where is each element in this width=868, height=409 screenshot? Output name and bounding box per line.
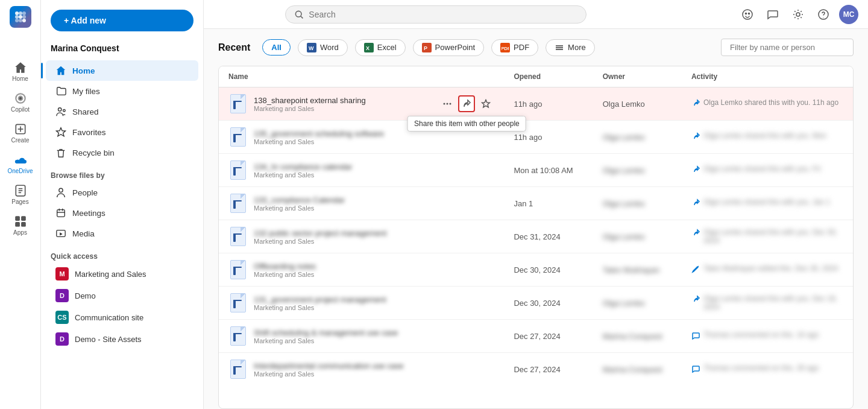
activity-icon xyxy=(691,198,700,209)
more-options-button[interactable] xyxy=(439,361,456,378)
star-button[interactable] xyxy=(477,95,494,112)
search-bar[interactable] xyxy=(285,5,587,24)
activity-text: Thomas commented on this. 16 ago xyxy=(703,331,819,339)
table-row[interactable]: 138_sharepoint external sharingMarketing… xyxy=(219,87,853,121)
table-row[interactable]: 133_compliance CalendarMarketing and Sal… xyxy=(219,187,853,220)
filter-word[interactable]: W Word xyxy=(298,39,348,56)
star-button[interactable] xyxy=(477,261,494,278)
share-button[interactable] xyxy=(458,261,475,278)
svg-point-52 xyxy=(444,136,445,138)
help-button[interactable] xyxy=(814,5,833,24)
svg-marker-83 xyxy=(482,366,490,373)
filter-pdf[interactable]: PDF PDF xyxy=(491,39,538,56)
table-row[interactable]: 131_government project managementMarketi… xyxy=(219,287,853,320)
table-row[interactable]: Interdepartmental communication use case… xyxy=(219,353,853,386)
svg-point-72 xyxy=(444,302,445,304)
file-name-sub: Marketing and Sales xyxy=(254,337,433,344)
more-options-button[interactable] xyxy=(439,195,456,212)
svg-text:X: X xyxy=(366,45,370,51)
sidebar-item-people[interactable]: People xyxy=(46,182,198,203)
add-new-button[interactable]: + Add new xyxy=(51,10,193,31)
quick-access-marketing[interactable]: M Marketing and Sales xyxy=(46,263,198,285)
file-icon xyxy=(228,159,248,181)
share-button[interactable] xyxy=(458,162,475,179)
star-button[interactable] xyxy=(477,128,494,145)
filter-all[interactable]: All xyxy=(262,39,291,55)
file-actions: Share this item with other people xyxy=(439,95,494,112)
file-name-cell: 135_government scheduling softwareMarket… xyxy=(219,121,504,154)
svg-point-56 xyxy=(444,170,445,171)
share-button[interactable] xyxy=(458,294,475,311)
quick-access-demo-assets[interactable]: D Demo - Site Assets xyxy=(46,328,198,350)
star-button[interactable] xyxy=(477,195,494,212)
sidebar-icon-create[interactable]: Create xyxy=(4,119,37,147)
sidebar-item-home[interactable]: Home xyxy=(46,60,198,81)
file-name-main: 138_sharepoint external sharing xyxy=(254,96,433,105)
excel-icon-small: X xyxy=(364,43,374,52)
svg-point-54 xyxy=(450,136,451,138)
star-button[interactable] xyxy=(477,162,494,179)
more-options-button[interactable] xyxy=(439,294,456,311)
more-options-button[interactable] xyxy=(439,162,456,179)
star-button[interactable] xyxy=(477,361,494,378)
sidebar-icon-apps[interactable]: Apps xyxy=(4,211,37,239)
share-button[interactable] xyxy=(458,361,475,378)
star-button[interactable] xyxy=(477,328,494,344)
sidebar-item-meetings[interactable]: Meetings xyxy=(46,203,198,223)
search-input[interactable] xyxy=(309,10,577,19)
star-button[interactable] xyxy=(477,228,494,245)
app-logo[interactable] xyxy=(10,6,31,28)
table-row[interactable]: Offboarding notesMarketing and SalesDec … xyxy=(219,253,853,287)
share-button[interactable] xyxy=(458,195,475,212)
settings-button[interactable] xyxy=(788,5,808,24)
more-options-button[interactable] xyxy=(439,328,456,344)
more-options-button[interactable] xyxy=(439,261,456,278)
sidebar-icon-onedrive[interactable]: OneDrive xyxy=(4,150,37,178)
filter-powerpoint[interactable]: P PowerPoint xyxy=(413,39,484,56)
sidebar-item-shared[interactable]: Shared xyxy=(46,101,198,122)
sidebar-item-media[interactable]: Media xyxy=(46,223,198,244)
star-button[interactable] xyxy=(477,294,494,311)
filter-more[interactable]: More xyxy=(546,39,595,56)
share-button[interactable]: Share this item with other people xyxy=(458,95,475,112)
grid-icon[interactable] xyxy=(16,36,25,55)
more-options-button[interactable] xyxy=(439,128,456,145)
quick-access-badge-marketing: M xyxy=(55,267,69,281)
filter-by-name-input[interactable] xyxy=(721,39,854,56)
feedback-button[interactable] xyxy=(763,5,782,24)
svg-point-78 xyxy=(450,335,451,337)
file-owner: Marina Conquest xyxy=(593,320,682,353)
svg-point-25 xyxy=(58,108,61,111)
sidebar-icon-copilot[interactable]: Copilot xyxy=(4,88,37,116)
table-row[interactable]: 134_hr compliance calendarMarketing and … xyxy=(219,154,853,187)
user-name: Marina Conquest xyxy=(41,43,203,60)
filter-more-icon xyxy=(555,43,564,52)
file-activity: Olga Lemko shared this with you. Mon xyxy=(682,121,853,154)
svg-point-65 xyxy=(447,236,448,238)
table-row[interactable]: 132 public sector project managementMark… xyxy=(219,220,853,253)
sidebar-icon-pages[interactable]: Pages xyxy=(4,180,37,209)
more-options-button[interactable] xyxy=(439,95,456,112)
sidebar-item-myfiles[interactable]: My files xyxy=(46,81,198,101)
file-icon xyxy=(228,292,248,314)
sidebar-icon-home[interactable]: Home xyxy=(4,57,37,86)
svg-marker-51 xyxy=(482,100,490,107)
file-name-text: 134_hr compliance calendarMarketing and … xyxy=(254,162,433,179)
activity-text: Olga Lemko shared this with you. Dec 18,… xyxy=(703,294,843,311)
table-row[interactable]: Shift scheduling & management use caseMa… xyxy=(219,320,853,353)
more-options-button[interactable] xyxy=(439,228,456,245)
quick-access-comms[interactable]: CS Communication site xyxy=(46,306,198,328)
emoji-button[interactable] xyxy=(738,5,757,24)
share-button[interactable] xyxy=(458,328,475,344)
filter-excel[interactable]: X Excel xyxy=(355,39,406,56)
quick-access-demo[interactable]: D Demo xyxy=(46,285,198,306)
table-row[interactable]: 135_government scheduling softwareMarket… xyxy=(219,121,853,154)
share-button[interactable] xyxy=(458,228,475,245)
file-activity: Olga Lemko shared this with you. Jan 1 xyxy=(682,187,853,220)
user-avatar[interactable]: MC xyxy=(839,5,858,24)
sidebar-item-favorites[interactable]: Favorites xyxy=(46,122,198,142)
file-name-cell: Shift scheduling & management use caseMa… xyxy=(219,320,504,353)
share-button[interactable] xyxy=(458,128,475,145)
activity-text: Thomas commented on this. 26 ago xyxy=(703,364,819,372)
sidebar-item-recyclebin[interactable]: Recycle bin xyxy=(46,142,198,163)
